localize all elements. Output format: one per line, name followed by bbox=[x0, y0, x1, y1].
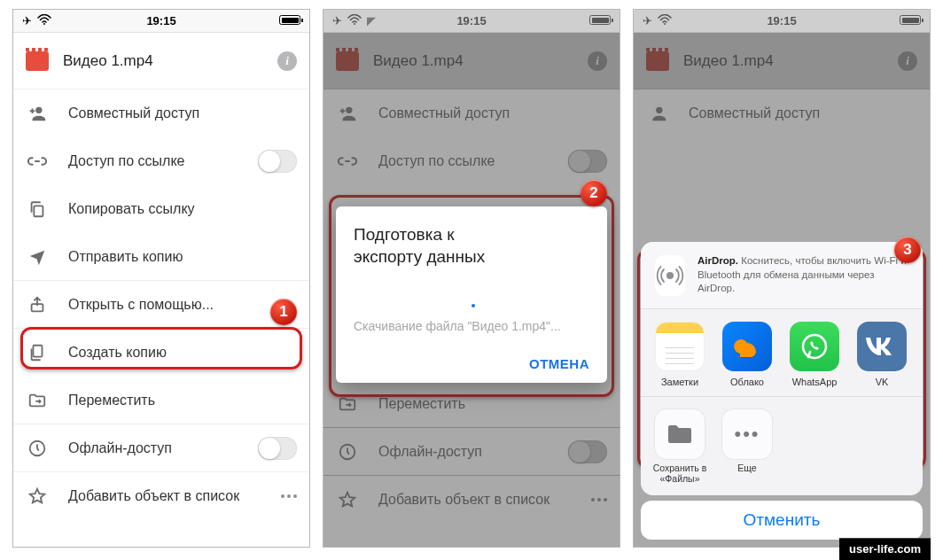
menu-move[interactable]: Переместить bbox=[13, 377, 309, 424]
star-icon bbox=[336, 490, 359, 509]
menu-share-label: Совместный доступ bbox=[68, 105, 297, 121]
overflow-icon bbox=[591, 498, 607, 502]
dialog-subtitle: Скачивание файла "Видео 1.mp4"... bbox=[354, 319, 589, 333]
menu-add-to-list: Добавить объект в список bbox=[323, 476, 620, 524]
copy-icon bbox=[26, 199, 49, 219]
clock: 19:15 bbox=[634, 14, 930, 27]
spinner-icon bbox=[472, 304, 475, 307]
app-notes[interactable]: Заметки bbox=[646, 322, 713, 387]
link-access-toggle bbox=[568, 150, 607, 173]
share-cancel-label: Отменить bbox=[744, 510, 821, 530]
menu-share: Совместный доступ bbox=[323, 89, 620, 137]
svg-rect-4 bbox=[33, 346, 42, 357]
share-cancel-button[interactable]: Отменить bbox=[641, 501, 923, 540]
action-more[interactable]: ••• Еще bbox=[713, 409, 781, 485]
dialog-title: Подготовка кэкспорту данных bbox=[354, 224, 589, 268]
link-icon bbox=[26, 152, 49, 171]
step-badge-1: 1 bbox=[270, 299, 297, 325]
wifi-icon bbox=[347, 14, 362, 27]
menu-offline: Офлайн-доступ bbox=[323, 428, 620, 476]
offline-toggle[interactable] bbox=[258, 437, 297, 460]
menu-offline-label: Офлайн-доступ bbox=[378, 444, 549, 460]
screenshot-1: ✈ 19:15 Видео 1.mp4 i Совместный доступ bbox=[12, 9, 310, 548]
menu-open-with[interactable]: Открыть с помощью... bbox=[13, 281, 309, 329]
cloud-icon bbox=[722, 322, 772, 371]
video-file-icon bbox=[646, 51, 669, 71]
menu-add-to-list-label: Добавить объект в список bbox=[68, 488, 261, 504]
menu-link-access-label: Доступ по ссылке bbox=[378, 153, 549, 169]
svg-point-10 bbox=[656, 107, 662, 113]
step-badge-3: 3 bbox=[894, 237, 921, 263]
menu-offline[interactable]: Офлайн-доступ bbox=[13, 424, 309, 472]
dialog-cancel-button[interactable]: ОТМЕНА bbox=[529, 356, 589, 371]
person-add-icon bbox=[646, 104, 669, 123]
svg-point-11 bbox=[666, 272, 674, 279]
menu-add-to-list[interactable]: Добавить объект в список bbox=[13, 472, 309, 520]
screenshot-3: ✈ 19:15 Видео 1.mp4 i Совместный доступ bbox=[633, 9, 931, 548]
airplane-icon: ✈ bbox=[643, 14, 652, 27]
link-access-toggle[interactable] bbox=[258, 150, 297, 173]
export-dialog: Подготовка кэкспорту данных Скачивание ф… bbox=[336, 206, 607, 383]
folder-move-icon bbox=[336, 394, 359, 414]
send-icon bbox=[26, 247, 49, 267]
app-cloud[interactable]: Облако bbox=[713, 322, 781, 387]
svg-point-6 bbox=[354, 23, 355, 25]
overflow-icon[interactable] bbox=[281, 494, 297, 498]
app-whatsapp[interactable]: WhatsApp bbox=[781, 322, 848, 387]
airdrop-row[interactable]: AirDrop. Коснитесь, чтобы включить Wi-Fi… bbox=[641, 242, 923, 309]
clock: 19:15 bbox=[13, 14, 309, 27]
file-title: Видео 1.mp4 bbox=[63, 52, 263, 70]
video-file-icon bbox=[336, 51, 359, 71]
svg-point-9 bbox=[664, 23, 666, 25]
file-header: Видео 1.mp4 i bbox=[13, 33, 309, 89]
airdrop-icon bbox=[655, 255, 685, 296]
person-add-icon bbox=[336, 104, 359, 123]
open-in-icon bbox=[26, 295, 49, 315]
share-actions-row: Сохранить в «Файлы» ••• Еще bbox=[641, 397, 923, 495]
folder-icon bbox=[655, 409, 705, 459]
step-badge-2: 2 bbox=[581, 180, 607, 206]
menu-link-access-label: Доступ по ссылке bbox=[68, 153, 238, 169]
menu-copy-link[interactable]: Копировать ссылку bbox=[13, 185, 309, 233]
actions-menu-dimmed: Совместный доступ bbox=[634, 89, 930, 137]
menu-make-copy[interactable]: Создать копию bbox=[13, 329, 309, 377]
status-bar: ✈ 19:15 bbox=[13, 10, 309, 33]
menu-share[interactable]: Совместный доступ bbox=[13, 89, 309, 137]
info-icon[interactable]: i bbox=[277, 51, 297, 71]
svg-rect-2 bbox=[34, 206, 43, 216]
status-bar: ✈ ◤ 19:15 bbox=[323, 10, 620, 33]
folder-move-icon bbox=[26, 391, 49, 410]
offline-icon bbox=[26, 439, 49, 458]
offline-toggle bbox=[568, 440, 607, 463]
menu-move: Переместить bbox=[323, 380, 620, 428]
menu-share-label: Совместный доступ bbox=[689, 105, 917, 121]
app-vk-label: VK bbox=[876, 377, 889, 387]
action-save-label-2: «Файлы» bbox=[659, 473, 699, 484]
menu-add-to-list-label: Добавить объект в список bbox=[378, 492, 572, 508]
wifi-icon bbox=[37, 14, 51, 27]
menu-open-with-label: Открыть с помощью... bbox=[68, 297, 297, 313]
action-save-label-1: Сохранить в bbox=[653, 463, 707, 473]
file-title: Видео 1.mp4 bbox=[373, 52, 573, 70]
file-header: Видео 1.mp4 i bbox=[634, 33, 930, 89]
menu-link-access[interactable]: Доступ по ссылке bbox=[13, 137, 309, 185]
vk-icon bbox=[857, 322, 907, 371]
menu-copy-link-label: Копировать ссылку bbox=[68, 201, 297, 217]
action-save-to-files[interactable]: Сохранить в «Файлы» bbox=[646, 409, 713, 485]
status-bar: ✈ 19:15 bbox=[634, 10, 930, 33]
star-icon bbox=[26, 486, 49, 506]
app-vk[interactable]: VK bbox=[848, 322, 916, 387]
menu-send-copy[interactable]: Отправить копию bbox=[13, 233, 309, 281]
airdrop-text: AirDrop. Коснитесь, чтобы включить Wi-Fi… bbox=[698, 254, 908, 296]
whatsapp-icon bbox=[790, 322, 839, 371]
duplicate-icon bbox=[26, 343, 49, 362]
location-icon: ◤ bbox=[367, 14, 376, 27]
menu-link-access: Доступ по ссылке bbox=[323, 137, 620, 185]
menu-send-copy-label: Отправить копию bbox=[68, 249, 297, 265]
battery-icon bbox=[279, 15, 300, 25]
offline-icon bbox=[336, 442, 359, 462]
video-file-icon bbox=[26, 51, 49, 71]
airplane-icon: ✈ bbox=[332, 14, 342, 27]
share-sheet: AirDrop. Коснитесь, чтобы включить Wi-Fi… bbox=[641, 242, 923, 495]
svg-point-1 bbox=[35, 107, 42, 113]
